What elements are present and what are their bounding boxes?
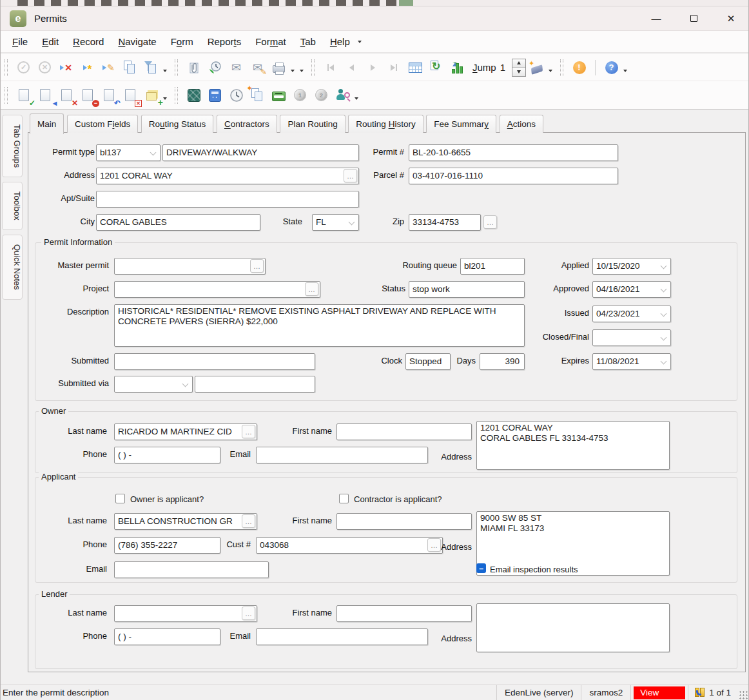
- menu-navigate[interactable]: Navigate: [112, 34, 162, 50]
- group-overflow-icon[interactable]: [355, 97, 358, 100]
- jump-label[interactable]: Jump: [472, 62, 496, 73]
- spinner-up-icon[interactable]: [512, 59, 525, 68]
- applicant-lookup-button[interactable]: …: [242, 514, 255, 528]
- submitted-via-text-field[interactable]: [195, 376, 315, 393]
- time-icon[interactable]: [228, 86, 245, 104]
- group-overflow-icon[interactable]: [549, 70, 552, 72]
- description-field[interactable]: HISTORICAL* RESIDENTIAL* REMOVE EXISTING…: [114, 304, 525, 347]
- project-field[interactable]: …: [114, 281, 320, 298]
- doc-back-icon[interactable]: ◂: [36, 86, 54, 104]
- toolbar-grip[interactable]: [175, 59, 178, 76]
- doc-approve-icon[interactable]: ✓: [15, 86, 32, 104]
- tab-custom-fields[interactable]: Custom Fields: [67, 115, 138, 133]
- tab-contractors[interactable]: Contractors: [217, 115, 277, 133]
- copy-flame-icon[interactable]: ✦: [249, 86, 266, 104]
- side-tab-toolbox[interactable]: Toolbox: [2, 182, 23, 230]
- attachments-icon[interactable]: [185, 59, 202, 76]
- permit-no-field[interactable]: BL-20-10-6655: [409, 144, 618, 161]
- owner-phone-field[interactable]: ( ) -: [114, 447, 220, 463]
- submitted-field[interactable]: [114, 353, 315, 370]
- person-search-icon[interactable]: [334, 86, 351, 104]
- toolbar-grip[interactable]: [5, 87, 8, 104]
- history-clock-icon[interactable]: [206, 59, 224, 76]
- doc-cancel-icon[interactable]: ✕: [121, 86, 139, 104]
- mail-icon[interactable]: ✉: [228, 59, 245, 76]
- mail-compose-icon[interactable]: ✉✎: [249, 59, 266, 76]
- menu-reports[interactable]: Reports: [201, 34, 248, 50]
- applicant-email-field[interactable]: [114, 561, 269, 578]
- first-record-icon[interactable]: [322, 59, 339, 76]
- permit-type-desc-field[interactable]: DRIVEWAY/WALKWAY: [162, 144, 359, 161]
- jump-value[interactable]: 1: [500, 62, 505, 73]
- map-icon[interactable]: [185, 86, 202, 104]
- jump-spinner[interactable]: [512, 59, 526, 77]
- lender-lookup-button[interactable]: …: [242, 607, 255, 620]
- applicant-first-name-field[interactable]: [336, 513, 472, 530]
- clock-field[interactable]: Stopped: [405, 353, 451, 370]
- menu-file[interactable]: File: [6, 34, 34, 50]
- menu-help[interactable]: Help: [324, 34, 356, 50]
- sort-icon[interactable]: [449, 59, 467, 76]
- doc-remove-icon[interactable]: −: [79, 86, 96, 104]
- owner-lookup-button[interactable]: …: [242, 425, 255, 438]
- calculator-icon[interactable]: [206, 86, 224, 104]
- copy-record-icon[interactable]: [121, 59, 139, 76]
- grid-view-icon[interactable]: [407, 59, 424, 76]
- routing-queue-field[interactable]: bl201: [460, 258, 525, 275]
- city-field[interactable]: CORAL GABLES: [96, 214, 260, 231]
- applicant-cust-field[interactable]: 043068…: [256, 537, 443, 554]
- master-permit-field[interactable]: …: [114, 258, 266, 275]
- approve-record-icon[interactable]: ✓: [15, 59, 32, 76]
- doc-delete-icon[interactable]: ✕: [57, 86, 75, 104]
- project-lookup-button[interactable]: …: [305, 282, 318, 296]
- side-tab-tab-groups[interactable]: Tab Groups: [2, 115, 23, 177]
- toolbar-grip[interactable]: [5, 59, 8, 76]
- master-permit-lookup-button[interactable]: …: [250, 259, 264, 273]
- cancel-record-icon[interactable]: ✕: [36, 59, 54, 76]
- approved-date-combo[interactable]: 04/16/2021: [592, 281, 671, 298]
- toolbar-grip[interactable]: [175, 87, 178, 104]
- contractor-is-applicant-checkbox[interactable]: [339, 494, 349, 503]
- delete-record-icon[interactable]: ✕: [57, 59, 75, 76]
- toolbar-grip[interactable]: [311, 59, 315, 76]
- state-combo[interactable]: FL: [312, 214, 359, 231]
- parcel-field[interactable]: 03-4107-016-1110: [409, 168, 618, 184]
- tab-main[interactable]: Main: [30, 113, 64, 134]
- edit-record-icon[interactable]: ✎: [100, 59, 117, 76]
- tab-fee-summary[interactable]: Fee Summary: [426, 115, 496, 133]
- owner-last-name-field[interactable]: RICARDO M MARTINEZ CID…: [114, 423, 257, 440]
- print-icon[interactable]: [270, 59, 287, 76]
- menu-form[interactable]: Form: [164, 34, 200, 50]
- add-note-icon[interactable]: +: [142, 86, 160, 104]
- expires-date-combo[interactable]: 11/08/2021: [592, 353, 671, 370]
- tab-routing-history[interactable]: Routing History: [348, 115, 423, 133]
- filter-icon[interactable]: [142, 59, 160, 76]
- applicant-phone-field[interactable]: (786) 355-2227: [114, 537, 220, 554]
- web-1-icon[interactable]: 1: [291, 86, 309, 104]
- help-icon[interactable]: ?: [603, 59, 620, 76]
- lender-first-name-field[interactable]: [336, 605, 472, 622]
- status-field[interactable]: stop work: [409, 281, 525, 298]
- zip-lookup-button[interactable]: …: [483, 215, 497, 229]
- closed-final-date-combo[interactable]: [592, 329, 671, 346]
- previous-record-icon[interactable]: [343, 59, 360, 76]
- refresh-icon[interactable]: ↻: [428, 59, 445, 76]
- address-field[interactable]: 1201 CORAL WAY…: [96, 168, 359, 184]
- last-record-icon[interactable]: [385, 59, 403, 76]
- owner-first-name-field[interactable]: [336, 423, 472, 440]
- days-field[interactable]: 390: [480, 353, 525, 370]
- close-button[interactable]: ✕: [712, 6, 749, 30]
- new-record-icon[interactable]: *: [79, 59, 96, 76]
- minimize-button[interactable]: —: [637, 6, 675, 30]
- side-tab-quick-notes[interactable]: Quick Notes: [2, 235, 23, 300]
- menu-overflow-icon[interactable]: [358, 41, 362, 43]
- resize-grip[interactable]: [739, 690, 748, 699]
- menu-record[interactable]: Record: [66, 34, 110, 50]
- menu-tab[interactable]: Tab: [294, 34, 322, 50]
- doc-undo-icon[interactable]: ↶: [100, 86, 117, 104]
- lender-last-name-field[interactable]: …: [114, 605, 257, 622]
- web-2-icon[interactable]: 2: [313, 86, 330, 104]
- tab-actions[interactable]: Actions: [500, 115, 543, 133]
- apt-suite-field[interactable]: [96, 191, 359, 208]
- lender-email-field[interactable]: [256, 628, 428, 645]
